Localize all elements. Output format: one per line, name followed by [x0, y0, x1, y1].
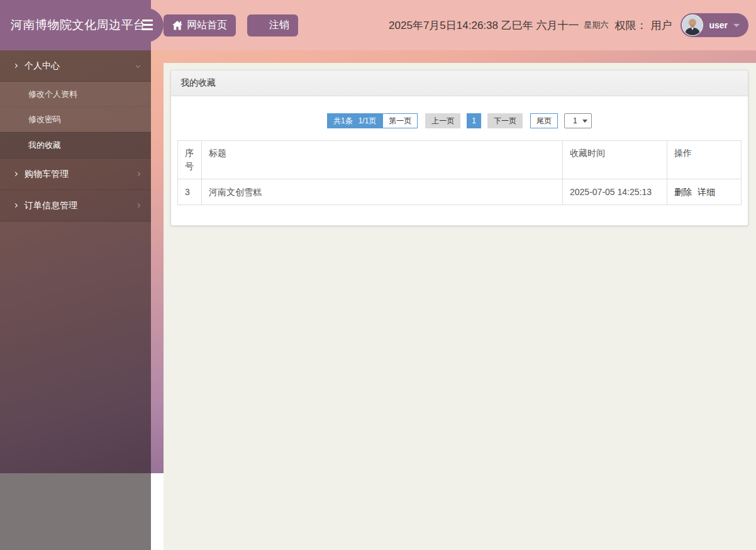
home-icon: [172, 21, 182, 30]
hamburger-icon[interactable]: [142, 20, 153, 30]
logout-button[interactable]: 注销: [247, 14, 298, 36]
total-count: 共1条: [333, 116, 353, 126]
table-row: 3 河南文创雪糕 2025-07-05 14:25:13 删除 详细: [178, 179, 742, 205]
first-page-button[interactable]: 第一页: [382, 113, 418, 128]
panel-title: 我的收藏: [171, 70, 748, 96]
sidebar-item-cart-management[interactable]: 购物车管理: [0, 159, 151, 190]
sidebar-item-label: 个人中心: [25, 60, 60, 72]
caret-down-icon: [733, 24, 740, 27]
sidebar-item-label: 购物车管理: [25, 169, 69, 180]
pagination-summary: 共1条 1/1页: [327, 113, 382, 128]
main-content: 我的收藏 共1条 1/1页 第一页 上一页 1 下一页 尾页 1: [164, 63, 756, 550]
delete-link[interactable]: 删除: [674, 187, 692, 197]
sidebar-item-my-favorites[interactable]: 我的收藏: [0, 132, 151, 159]
favorites-table: 序号 标题 收藏时间 操作 3 河南文创雪糕 2025-07-05 14:25:…: [177, 140, 742, 205]
page-count: 1/1页: [359, 116, 377, 126]
permission-label: 权限：: [614, 18, 647, 33]
user-menu[interactable]: user: [681, 13, 748, 37]
detail-link[interactable]: 详细: [698, 187, 715, 197]
pagination: 共1条 1/1页 第一页 上一页 1 下一页 尾页 1: [177, 113, 742, 128]
chevron-right-icon: [13, 64, 18, 68]
username-label: user: [709, 20, 728, 30]
chevron-right-icon: [13, 203, 18, 208]
topbar-info: 2025年7月5日14:26:38 乙巳年 六月十一 星期六 权限： 用户: [389, 18, 681, 33]
favorites-panel: 我的收藏 共1条 1/1页 第一页 上一页 1 下一页 尾页 1: [170, 70, 748, 226]
page-select[interactable]: 1: [564, 113, 592, 128]
header-time: 收藏时间: [563, 141, 667, 179]
cell-index: 3: [178, 179, 202, 205]
datetime-text: 2025年7月5日14:26:38 乙巳年 六月十一: [389, 18, 579, 33]
submenu-label: 修改密码: [28, 114, 61, 125]
prev-page-button[interactable]: 上一页: [425, 113, 460, 128]
chevron-right-icon: [13, 172, 18, 176]
page-select-wrap: 1: [564, 113, 592, 128]
sidebar-item-order-management[interactable]: 订单信息管理: [0, 190, 151, 222]
site-home-label: 网站首页: [187, 19, 227, 32]
sidebar-item-personal-center[interactable]: 个人中心: [0, 50, 151, 82]
menu-lines-icon: [256, 24, 265, 27]
topbar: 河南博物院文化周边平台 网站首页 注销 2025年7月5日14:26:38 乙巳…: [0, 0, 756, 50]
brand-area: 河南博物院文化周边平台: [0, 0, 151, 50]
header-title: 标题: [202, 141, 563, 179]
header-index: 序号: [178, 141, 202, 179]
sidebar: 个人中心 修改个人资料 修改密码 我的收藏 购物车管理 订单信息管理: [0, 50, 151, 550]
avatar: [682, 14, 703, 36]
chevron-right-icon: [136, 203, 140, 208]
personal-submenu: 修改个人资料 修改密码 我的收藏: [0, 82, 151, 159]
submenu-label: 我的收藏: [28, 140, 61, 151]
next-page-button[interactable]: 下一页: [487, 113, 523, 128]
submenu-label: 修改个人资料: [28, 89, 77, 100]
sidebar-item-label: 订单信息管理: [25, 200, 77, 211]
permission-value: 用户: [650, 18, 672, 33]
cell-time: 2025-07-05 14:25:13: [563, 179, 667, 205]
table-header-row: 序号 标题 收藏时间 操作: [178, 141, 742, 179]
site-home-button[interactable]: 网站首页: [164, 14, 236, 36]
sidebar-section-personal: 个人中心 修改个人资料 修改密码 我的收藏: [0, 50, 151, 159]
app-title: 河南博物院文化周边平台: [0, 17, 146, 33]
panel-body: 共1条 1/1页 第一页 上一页 1 下一页 尾页 1: [171, 96, 748, 225]
header-actions: 操作: [667, 141, 742, 179]
logout-label: 注销: [269, 19, 289, 32]
last-page-button[interactable]: 尾页: [530, 113, 558, 128]
current-page-button[interactable]: 1: [467, 113, 481, 128]
cell-actions: 删除 详细: [667, 179, 742, 205]
sidebar-item-change-password[interactable]: 修改密码: [0, 107, 151, 132]
cell-title: 河南文创雪糕: [202, 179, 563, 205]
chevron-right-icon: [136, 172, 140, 176]
weekday-text: 星期六: [584, 20, 608, 31]
sidebar-item-edit-profile[interactable]: 修改个人资料: [0, 82, 151, 107]
chevron-down-icon: [136, 64, 140, 68]
